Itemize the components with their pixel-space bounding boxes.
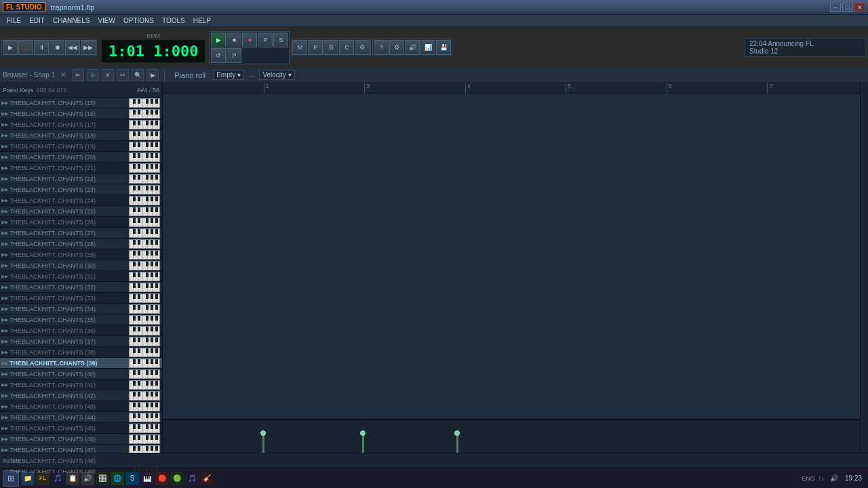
velocity-dropdown[interactable]: Velocity ▾	[259, 70, 294, 80]
mini-piano[interactable]	[129, 196, 160, 205]
taskbar-icon-volume[interactable]: 🔊	[81, 472, 94, 485]
taskbar-icon-skype[interactable]: S	[125, 472, 139, 485]
piano-key-row[interactable]: ▶▶THEBLACKHITT..CHANTS (22)	[0, 174, 162, 184]
taskbar-icon-fl[interactable]: FL	[36, 472, 50, 485]
view-btn-4[interactable]: 📊	[420, 40, 435, 55]
piano-key-row[interactable]: ▶▶THEBLACKHITT..CHANTS (23)	[0, 184, 162, 195]
mini-piano[interactable]	[129, 283, 160, 292]
piano-key-row[interactable]: ▶▶THEBLACKHITT..CHANTS (16)	[0, 108, 162, 119]
piano-key-row[interactable]: ▶▶THEBLACKHITT..CHANTS (28)	[0, 239, 162, 249]
taskbar-icon-plugin1[interactable]: 🎹	[140, 472, 154, 485]
playback-tool[interactable]: ▶	[146, 69, 159, 81]
fl-btn-4[interactable]: ⏺	[50, 40, 64, 55]
piano-key-row[interactable]: ▶▶THEBLACKHITT..CHANTS (29)	[0, 249, 162, 260]
mini-piano[interactable]	[129, 163, 160, 173]
piano-key-row[interactable]: ▶▶THEBLACKHITT..CHANTS (15)	[0, 98, 162, 108]
mini-piano[interactable]	[129, 250, 160, 260]
piano-key-row[interactable]: ▶▶THEBLACKHITT..CHANTS (18)	[0, 130, 162, 141]
piano-key-row[interactable]: ▶▶THEBLACKHITT..CHANTS (32)	[0, 282, 162, 293]
punch-button[interactable]: P	[226, 48, 241, 63]
tray-lang[interactable]: ENG	[803, 473, 814, 484]
piano-key-row[interactable]: ▶▶THEBLACKHITT..CHANTS (20)	[0, 152, 162, 163]
piano-key-row[interactable]: ▶▶THEBLACKHITT..CHANTS (38)	[0, 347, 162, 358]
mini-piano[interactable]	[129, 348, 160, 357]
mini-piano[interactable]	[129, 391, 160, 401]
select-tool[interactable]: ⊹	[87, 69, 99, 81]
record-button[interactable]: ●	[242, 33, 257, 47]
piano-key-row[interactable]: ▶▶THEBLACKHITT..CHANTS (44)	[0, 412, 162, 423]
piano-key-row[interactable]: ▶▶THEBLACKHITT..CHANTS (36)	[0, 325, 162, 336]
piano-key-row[interactable]: ▶▶THEBLACKHITT..CHANTS (40)	[0, 369, 162, 380]
mini-piano[interactable]	[129, 369, 160, 379]
mini-piano[interactable]	[129, 413, 160, 422]
mini-piano[interactable]	[129, 424, 160, 433]
piano-key-row[interactable]: ▶▶THEBLACKHITT..CHANTS (27)	[0, 228, 162, 239]
menu-options[interactable]: OPTIONS	[119, 16, 158, 25]
menu-tools[interactable]: TOOLS	[158, 16, 189, 25]
tray-volume[interactable]: 🔊	[829, 473, 840, 484]
channels-btn[interactable]: C	[339, 40, 354, 55]
mini-piano[interactable]	[129, 326, 160, 336]
mini-piano[interactable]	[129, 304, 160, 314]
piano-key-row[interactable]: ▶▶THEBLACKHITT..CHANTS (35)	[0, 314, 162, 325]
song-button[interactable]: S	[273, 33, 288, 47]
taskbar-icon-plugin4[interactable]: 🎵	[185, 472, 199, 485]
menu-view[interactable]: VIEW	[94, 16, 119, 25]
piano-key-row[interactable]: ▶▶THEBLACKHITT..CHANTS (30)	[0, 260, 162, 271]
taskbar-icon-mixer[interactable]: 🎛️	[96, 472, 109, 485]
piano-key-row[interactable]: ▶▶THEBLACKHITT..CHANTS (19)	[0, 141, 162, 152]
piano-key-row[interactable]: ▶▶THEBLACKHITT..CHANTS (31)	[0, 271, 162, 282]
taskbar-icon-explorer[interactable]: 📁	[21, 472, 35, 485]
piano-key-row[interactable]: ▶▶THEBLACKHITT..CHANTS (37)	[0, 336, 162, 347]
piano-key-row[interactable]: ▶▶THEBLACKHITT..CHANTS (26)	[0, 217, 162, 228]
maximize-button[interactable]: □	[842, 3, 853, 12]
mini-piano[interactable]	[129, 359, 160, 368]
view-btn-2[interactable]: ⚙	[389, 40, 404, 55]
plugin-btn[interactable]: ⚙	[355, 40, 370, 55]
taskbar-icon-notepad[interactable]: 📋	[66, 472, 79, 485]
view-btn-1[interactable]: ?	[374, 40, 389, 55]
fl-btn-3[interactable]: ⏸	[34, 40, 49, 55]
minimize-button[interactable]: −	[830, 3, 841, 12]
mini-piano[interactable]	[129, 174, 160, 184]
menu-channels[interactable]: CHANNELS	[49, 16, 94, 25]
mini-piano[interactable]	[129, 142, 160, 151]
piano-key-row[interactable]: ▶▶THEBLACKHITT..CHANTS (17)	[0, 119, 162, 130]
mini-piano[interactable]	[129, 315, 160, 325]
pattern-dropdown[interactable]: Empty ▾	[213, 70, 244, 80]
piano-key-row[interactable]: ▶▶THEBLACKHITT..CHANTS (33)	[0, 293, 162, 304]
taskbar-icon-browser[interactable]: 🌐	[111, 472, 124, 485]
mini-piano[interactable]	[129, 228, 160, 238]
taskbar-icon-plugin3[interactable]: 🟢	[170, 472, 184, 485]
view-btn-5[interactable]: 💾	[436, 40, 451, 55]
loop-button[interactable]: ↺	[211, 48, 226, 63]
mini-piano[interactable]	[129, 293, 160, 303]
close-browser-btn[interactable]: ✕	[60, 70, 66, 79]
taskbar-icon-plugin2[interactable]: 🔴	[155, 472, 169, 485]
piano-key-row[interactable]: ▶▶THEBLACKHITT..CHANTS (34)	[0, 304, 162, 314]
slice-tool[interactable]: ✂	[117, 69, 129, 81]
vertical-scrollbar[interactable]	[860, 83, 868, 473]
mini-piano[interactable]	[129, 218, 160, 227]
piano-btn[interactable]: P	[308, 40, 323, 55]
mini-piano[interactable]	[129, 185, 160, 195]
mini-piano[interactable]	[129, 109, 160, 119]
piano-key-row[interactable]: ▶▶THEBLACKHITT..CHANTS (24)	[0, 195, 162, 206]
grid-area[interactable]: 234567	[163, 83, 868, 473]
menu-edit[interactable]: EDIT	[25, 16, 49, 25]
browser-btn[interactable]: B	[323, 40, 338, 55]
piano-key-row[interactable]: ▶▶THEBLACKHITT..CHANTS (41)	[0, 380, 162, 390]
mini-piano[interactable]	[129, 207, 160, 216]
play-button[interactable]: ▶	[211, 33, 226, 47]
fl-btn-5[interactable]: ◀◀	[65, 40, 80, 55]
view-btn-3[interactable]: 🔊	[405, 40, 420, 55]
erase-tool[interactable]: ✕	[102, 69, 114, 81]
piano-key-row[interactable]: ▶▶THEBLACKHITT..CHANTS (39)	[0, 358, 162, 369]
mini-piano[interactable]	[129, 131, 160, 140]
fl-btn-2[interactable]: ⬛	[18, 40, 33, 55]
mini-piano[interactable]	[129, 261, 160, 270]
menu-file[interactable]: FILE	[3, 16, 25, 25]
piano-key-row[interactable]: ▶▶THEBLACKHITT..CHANTS (21)	[0, 163, 162, 174]
mixer-btn[interactable]: M	[292, 40, 307, 55]
mini-piano[interactable]	[129, 120, 160, 129]
